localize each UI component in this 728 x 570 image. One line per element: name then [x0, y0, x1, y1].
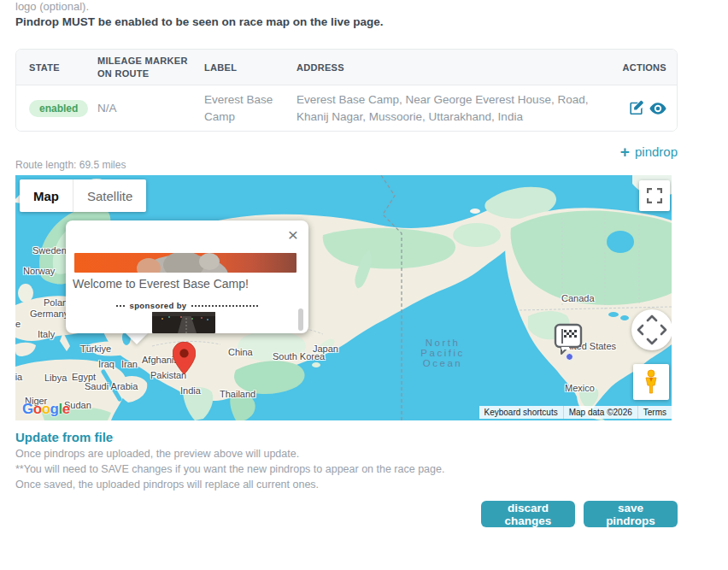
- add-pindrop-link[interactable]: + pindrop: [620, 144, 678, 160]
- save-pindrops-button[interactable]: save pindrops: [584, 501, 678, 527]
- route-length: Route length: 69.5 miles: [15, 159, 126, 171]
- sponsored-by-label: sponsored by: [129, 301, 186, 310]
- discard-changes-button[interactable]: discard changes: [481, 501, 575, 527]
- pan-control[interactable]: [631, 309, 672, 350]
- state-cell: enabled: [16, 100, 97, 117]
- keyboard-shortcuts-link[interactable]: Keyboard shortcuts: [479, 406, 563, 419]
- terms-link[interactable]: Terms: [637, 406, 672, 419]
- col-label: LABEL: [204, 62, 296, 73]
- footer-line-2: **You will need to SAVE changes if you w…: [15, 463, 444, 475]
- pindrop-hero-image: [74, 253, 296, 273]
- route-point-dot: [566, 353, 573, 361]
- map-canvas[interactable]: SwedenNorwayPolandGermanyFranceItalyTürk…: [15, 175, 672, 420]
- table-header-row: STATE MILEAGE MARKER ON ROUTE LABEL ADDR…: [16, 50, 677, 85]
- g-letter: G: [22, 401, 33, 417]
- o1-letter: o: [33, 401, 42, 417]
- col-mileage-label: MILEAGE MARKER ON ROUTE: [97, 56, 188, 79]
- pindrop-table: STATE MILEAGE MARKER ON ROUTE LABEL ADDR…: [15, 49, 678, 132]
- map-attribution: Keyboard shortcuts Map data ©2026 Terms: [479, 406, 672, 419]
- label-cell: Everest Base Camp: [204, 91, 296, 125]
- col-mileage: MILEAGE MARKER ON ROUTE: [97, 55, 204, 80]
- pindrop-warning: Pindrop MUST be enabled to be seen on ra…: [15, 15, 384, 28]
- sponsored-by-row: sponsored by: [66, 301, 308, 310]
- infowindow-tail: [125, 332, 149, 344]
- infowindow-scrollbar[interactable]: [298, 309, 303, 331]
- o2-letter: o: [42, 401, 50, 417]
- map-tab[interactable]: Map: [20, 179, 73, 212]
- update-from-file-heading: Update from file: [15, 430, 113, 444]
- col-address: ADDRESS: [296, 62, 615, 73]
- e-letter: e: [62, 401, 70, 417]
- address-cell: Everest Base Camp, Near George Everest H…: [296, 91, 615, 125]
- map-data-copyright: Map data ©2026: [563, 406, 637, 419]
- google-logo[interactable]: Google: [22, 401, 70, 418]
- dots-right: [191, 305, 258, 307]
- logo-optional-note: logo (optional).: [15, 0, 89, 13]
- plus-icon: +: [620, 144, 630, 160]
- table-row: enabled N/A Everest Base Camp Everest Ba…: [16, 85, 677, 131]
- fullscreen-button[interactable]: [639, 180, 670, 211]
- pegman-icon[interactable]: [633, 364, 669, 400]
- footer-line-1: Once pindrops are uploaded, the preview …: [15, 448, 299, 460]
- page: logo (optional). Pindrop MUST be enabled…: [0, 0, 728, 570]
- infowindow-title: Welcome to Everest Base Camp!: [73, 277, 249, 291]
- add-pindrop-label: pindrop: [635, 144, 678, 159]
- status-badge: enabled: [29, 100, 88, 117]
- satellite-tab[interactable]: Satellite: [73, 179, 146, 212]
- footer-line-3: Once saved, the uploaded pindrops will r…: [15, 479, 319, 491]
- col-state: STATE: [16, 62, 97, 73]
- infowindow: × Welcome to Everest Base Cam: [66, 220, 308, 333]
- view-icon[interactable]: [649, 102, 666, 115]
- close-icon[interactable]: ×: [285, 222, 302, 247]
- g2-letter: g: [50, 401, 59, 417]
- col-actions: ACTIONS: [615, 62, 677, 73]
- sponsor-image[interactable]: [152, 312, 215, 333]
- edit-icon[interactable]: [628, 100, 644, 116]
- dots-left: [116, 305, 125, 307]
- mileage-cell: N/A: [97, 102, 204, 115]
- map-type-control: Map Satellite: [20, 179, 146, 212]
- actions-cell: [615, 100, 677, 116]
- pindrop-marker[interactable]: [173, 342, 196, 378]
